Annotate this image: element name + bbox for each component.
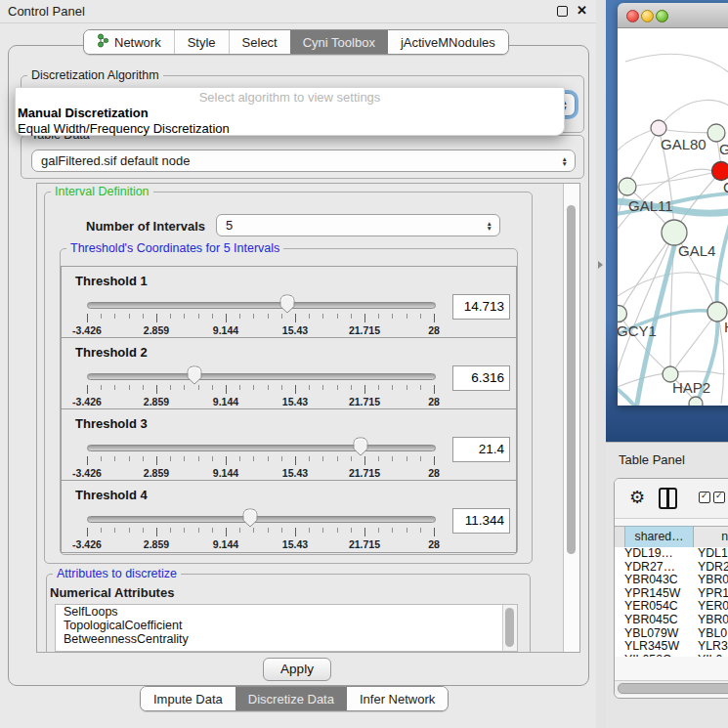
list-scrollbar-thumb[interactable] xyxy=(505,608,514,647)
network-graph: GAL80 GA C GAL11 GAL4 GCY1 H HAP2 xyxy=(618,28,728,406)
vertical-scrollbar-thumb[interactable] xyxy=(567,205,576,554)
node-red-selected[interactable] xyxy=(712,162,728,181)
slider-thumb[interactable] xyxy=(187,365,203,389)
close-traffic-light[interactable] xyxy=(626,10,639,22)
tab-select-label: Select xyxy=(242,35,278,50)
horizontal-scrollbar-thumb[interactable] xyxy=(618,683,728,694)
columns-icon[interactable] xyxy=(659,488,677,509)
threshold-3-value-field[interactable]: 21.4 xyxy=(452,437,510,462)
minimize-traffic-light[interactable] xyxy=(641,10,654,22)
threshold-3-slider[interactable]: -3.426 2.859 9.144 15.43 21.715 28 xyxy=(87,445,434,478)
tab-network-label: Network xyxy=(114,35,161,50)
vertical-scrollbar[interactable] xyxy=(563,184,579,652)
gear-icon[interactable]: ⚙ xyxy=(629,487,645,508)
node-gcy1[interactable] xyxy=(618,306,627,322)
cell: YER0 xyxy=(698,600,728,614)
cell: YIL0 xyxy=(698,654,722,657)
threshold-4-slider[interactable]: -3.426 2.859 9.144 15.43 21.715 28 xyxy=(87,516,434,549)
column-header-shared-name[interactable]: shared… xyxy=(624,526,694,548)
window-title: Control Panel xyxy=(8,4,85,19)
tab-discretize-label: Discretize Data xyxy=(248,692,334,707)
horizontal-scrollbar[interactable] xyxy=(615,680,728,695)
table-row[interactable]: YBR045CYBR0 xyxy=(615,614,728,627)
table-data-combobox[interactable]: galFiltered.sif default node ▲▼ xyxy=(31,150,576,172)
table-rows: YDL19…YDL1 YDR27…YDR2 YBR043CYBR0 YPR145… xyxy=(615,547,728,657)
slider-track[interactable] xyxy=(87,445,436,451)
tab-style[interactable]: Style xyxy=(174,30,229,54)
slider-track[interactable] xyxy=(87,516,436,523)
tab-cyni-toolbox[interactable]: Cyni Toolbox xyxy=(290,30,388,54)
tick-label: 21.715 xyxy=(349,467,380,479)
tick-label: -3.426 xyxy=(72,396,102,407)
threshold-2-value-field[interactable]: 6.316 xyxy=(452,365,510,391)
list-scrollbar[interactable] xyxy=(502,605,517,651)
tick-label: 28 xyxy=(428,324,440,336)
number-of-intervals-spinner[interactable]: 5 ▲▼ xyxy=(216,214,500,236)
node-gal11[interactable] xyxy=(619,178,636,195)
threshold-2-slider[interactable]: -3.426 2.859 9.144 15.43 21.715 28 xyxy=(87,373,434,407)
slider-track[interactable] xyxy=(87,373,436,380)
tick-label: 28 xyxy=(428,538,440,550)
tab-select[interactable]: Select xyxy=(229,30,290,54)
network-icon xyxy=(97,33,109,51)
threshold-1-row: Threshold 1 -3.426 2.859 9.144 15.43 21.… xyxy=(61,266,517,339)
table-row[interactable]: YDR27…YDR2 xyxy=(615,561,728,575)
slider-thumb[interactable] xyxy=(353,437,369,460)
node-top-right[interactable] xyxy=(707,124,725,142)
tick-label: -3.426 xyxy=(72,538,102,550)
tab-jactive-label: jActiveMNodules xyxy=(401,35,495,50)
table-row[interactable]: YDL19…YDL1 xyxy=(615,547,728,561)
node-label: GAL11 xyxy=(628,197,673,214)
tab-jactivemnodules[interactable]: jActiveMNodules xyxy=(388,30,508,54)
dropdown-option-equal-width[interactable]: Equal Width/Frequency Discretization xyxy=(16,121,564,137)
discretization-algorithm-group-title: Discretization Algorithm xyxy=(27,68,163,83)
table-row[interactable]: YIL052CYIL0 xyxy=(615,654,728,657)
threshold-3-label: Threshold 3 xyxy=(75,416,148,431)
table-row[interactable]: YPR145WYPR1 xyxy=(615,587,728,601)
table-row[interactable]: YER054CYER0 xyxy=(615,600,728,614)
table-row[interactable]: YLR345WYLR3 xyxy=(615,640,728,654)
threshold-1-slider[interactable]: -3.426 2.859 9.144 15.43 21.715 28 xyxy=(87,302,434,335)
tick-label: 2.859 xyxy=(144,396,169,407)
node-gal80[interactable] xyxy=(651,120,666,136)
slider-track[interactable] xyxy=(87,302,436,309)
slider-thumb[interactable] xyxy=(278,294,295,318)
tab-network[interactable]: Network xyxy=(84,30,174,54)
tab-discretize-data[interactable]: Discretize Data xyxy=(236,687,347,710)
cell: YBL0 xyxy=(698,627,727,641)
table-row[interactable]: YBL079WYBL0 xyxy=(615,627,728,641)
splitter-collapse-icon[interactable] xyxy=(598,261,603,269)
list-item[interactable]: SelfLoops xyxy=(56,605,517,619)
network-canvas[interactable]: GAL80 GA C GAL11 GAL4 GCY1 H HAP2 xyxy=(618,28,728,406)
threshold-coordinates-title: Threshold's Coordinates for 5 Intervals xyxy=(66,241,283,256)
tick-label: 15.43 xyxy=(282,324,308,336)
threshold-1-value-field[interactable]: 14.713 xyxy=(452,294,510,320)
close-icon[interactable]: ✕ xyxy=(577,3,587,18)
apply-button[interactable]: Apply xyxy=(263,658,331,681)
tab-infer-network[interactable]: Infer Network xyxy=(347,687,448,710)
cell: YBR045C xyxy=(624,614,678,627)
tick-label: -3.426 xyxy=(72,467,102,479)
dropdown-option-manual[interactable]: Manual Discretization xyxy=(16,106,564,121)
zoom-traffic-light[interactable] xyxy=(656,10,668,22)
checkbox-icon[interactable] xyxy=(713,492,725,503)
list-item[interactable]: BetweennessCentrality xyxy=(56,632,517,646)
column-header-name[interactable]: na xyxy=(693,526,728,548)
network-desktop: GAL80 GA C GAL11 GAL4 GCY1 H HAP2 xyxy=(606,0,728,442)
checkbox-icon[interactable] xyxy=(699,492,710,503)
tick-label: 2.859 xyxy=(144,538,169,550)
float-window-icon[interactable] xyxy=(557,6,568,17)
slider-thumb[interactable] xyxy=(241,508,258,532)
threshold-4-value-field[interactable]: 11.344 xyxy=(452,508,510,534)
table-data-combobox-value: galFiltered.sif default node xyxy=(41,153,190,168)
table-row[interactable]: YBR043CYBR0 xyxy=(615,574,728,587)
list-item[interactable]: TopologicalCoefficient xyxy=(56,619,517,632)
tab-impute-data[interactable]: Impute Data xyxy=(141,687,236,710)
table-panel: Table Panel ⚙ shared… na YDL19…YDL1 YDR2… xyxy=(606,442,728,728)
table-data-group: Table Data galFiltered.sif default node … xyxy=(21,135,584,179)
threshold-4-label: Threshold 4 xyxy=(75,488,148,502)
cell: YDR2 xyxy=(698,561,728,575)
node-bottom-partial[interactable] xyxy=(689,397,703,406)
network-window-titlebar[interactable] xyxy=(618,3,728,28)
cell: YLR345W xyxy=(624,640,679,654)
